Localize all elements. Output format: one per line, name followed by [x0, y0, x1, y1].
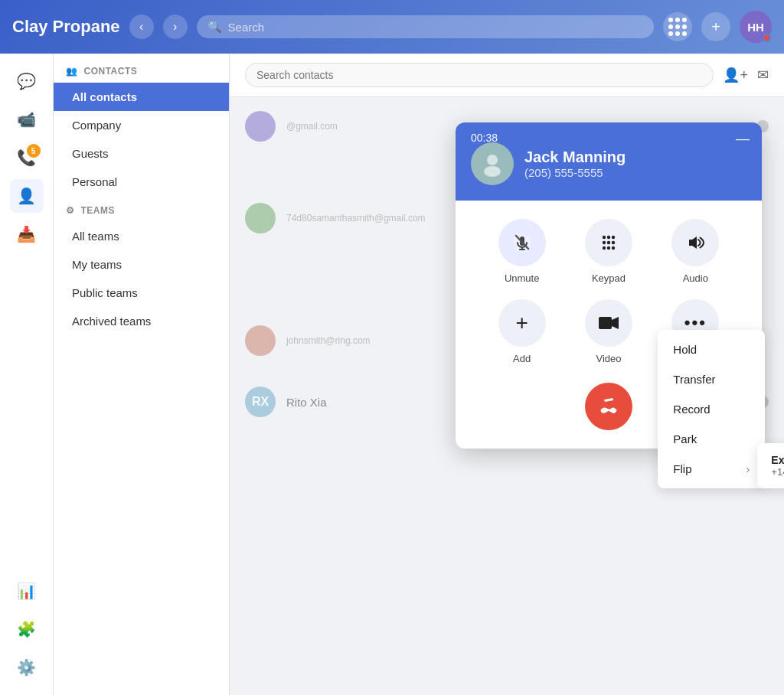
back-button[interactable]: ‹	[129, 15, 154, 39]
avatar	[245, 111, 276, 142]
call-timer: 00:38	[471, 132, 498, 144]
avatar	[245, 325, 276, 356]
svg-point-13	[603, 246, 606, 250]
call-header: 00:38 — Jack Manning (205) 555-5555	[456, 122, 762, 201]
minimize-button[interactable]: —	[736, 132, 750, 145]
add-label: Add	[513, 353, 531, 364]
sidebar-item-guests[interactable]: Guests	[54, 139, 229, 168]
svg-marker-16	[689, 237, 697, 249]
add-button[interactable]: +	[701, 12, 730, 41]
contacts-section-icon: 👥	[66, 66, 78, 77]
hold-option[interactable]: Hold	[658, 334, 765, 364]
unmute-label: Unmute	[505, 272, 540, 284]
caller-number: (205) 555-5555	[524, 166, 626, 179]
flip-arrow-icon: ›	[746, 462, 750, 475]
svg-rect-17	[599, 317, 612, 329]
caller-info: Jack Manning (205) 555-5555	[524, 148, 626, 179]
global-search[interactable]: 🔍 Search	[197, 15, 654, 38]
sidebar-item-archived-teams[interactable]: Archived teams	[54, 307, 229, 335]
video-icon	[585, 299, 632, 347]
park-option[interactable]: Park	[658, 424, 765, 454]
sidebar-item-company[interactable]: Company	[54, 111, 229, 139]
inbox-icon-item[interactable]: 📥	[10, 217, 44, 251]
flip-submenu: Existing Phone +14099992234	[757, 443, 784, 488]
sidebar-item-personal[interactable]: Personal	[54, 168, 229, 196]
chart-icon-item[interactable]: 📊	[10, 574, 44, 608]
svg-point-0	[487, 155, 498, 165]
avatar-initials: RX	[252, 395, 269, 409]
teams-section-header: ⚙ TEAMS	[54, 196, 229, 222]
puzzle-icon-item[interactable]: 🧩	[10, 612, 44, 646]
audio-button[interactable]: Audio	[671, 219, 719, 284]
contacts-section-label: CONTACTS	[84, 66, 138, 77]
chat-icon-item[interactable]: 💬	[10, 64, 44, 98]
search-contacts-input[interactable]	[245, 63, 714, 87]
svg-point-1	[484, 166, 501, 177]
call-dialog: 00:38 — Jack Manning (205) 555-5555	[456, 122, 762, 449]
end-call-button[interactable]	[585, 383, 632, 430]
add-call-button[interactable]: + Add	[498, 299, 546, 364]
teams-section-icon: ⚙	[66, 205, 75, 216]
main-layout: 💬 📹 📞 5 👤 📥 📊 🧩 ⚙️ 👥 CONTACTS All contac…	[0, 54, 784, 695]
sidebar-item-my-teams[interactable]: My teams	[54, 250, 229, 279]
avatar: RX	[245, 387, 276, 417]
more-options-button[interactable]: ••• Hold Transfer Record Park Flip ›	[671, 299, 719, 347]
svg-point-10	[603, 241, 606, 244]
svg-point-12	[612, 241, 615, 244]
keypad-label: Keypad	[592, 272, 626, 284]
keypad-button[interactable]: Keypad	[585, 219, 632, 284]
content-area: 👤+ ✉ @gmail.com 74d80samanthasmith@gmail…	[230, 54, 784, 695]
svg-rect-19	[604, 398, 613, 402]
caller-avatar	[471, 142, 514, 185]
audio-icon	[671, 219, 719, 266]
app-header: Clay Propane ‹ › 🔍 Search + HH	[0, 0, 784, 54]
unmute-button[interactable]: Unmute	[498, 219, 546, 284]
svg-point-8	[607, 236, 610, 239]
email-button[interactable]: ✉	[757, 67, 769, 83]
sidebar-item-all-teams[interactable]: All teams	[54, 222, 229, 250]
grid-menu-button[interactable]	[663, 12, 692, 41]
more-dropdown: Hold Transfer Record Park Flip ›	[658, 330, 765, 488]
video-call-button[interactable]: Video	[585, 299, 632, 364]
unmute-icon	[498, 219, 546, 266]
keypad-icon	[585, 219, 632, 266]
flip-phone-number[interactable]: +14099992234	[771, 466, 784, 478]
video-icon-item[interactable]: 📹	[10, 103, 44, 136]
search-icon: 🔍	[207, 20, 222, 34]
svg-marker-18	[612, 317, 619, 329]
sidebar-item-all-contacts[interactable]: All contacts	[54, 83, 229, 111]
svg-point-7	[603, 236, 606, 239]
header-actions: + HH	[663, 11, 772, 43]
flip-option[interactable]: Flip ›	[658, 454, 765, 484]
user-avatar-button[interactable]: HH	[740, 11, 772, 43]
avatar-initials: HH	[747, 21, 764, 34]
audio-label: Audio	[683, 272, 708, 284]
sidebar-item-public-teams[interactable]: Public teams	[54, 279, 229, 307]
video-label: Video	[596, 353, 621, 364]
transfer-option[interactable]: Transfer	[658, 364, 765, 394]
contacts-section-header: 👥 CONTACTS	[54, 54, 229, 83]
flip-phone-label: Existing Phone	[771, 454, 784, 466]
svg-point-9	[612, 236, 615, 239]
settings-icon-item[interactable]: ⚙️	[10, 651, 44, 684]
svg-point-14	[607, 246, 610, 250]
status-dot	[763, 34, 771, 42]
more-controls: + Add Video ••• Hold	[456, 299, 762, 377]
phone-badge: 5	[27, 144, 41, 158]
app-title: Clay Propane	[12, 17, 120, 37]
flip-label: Flip	[673, 462, 691, 475]
phone-icon-item[interactable]: 📞 5	[10, 141, 44, 175]
grid-icon	[668, 18, 687, 36]
teams-section-label: TEAMS	[81, 205, 116, 216]
search-placeholder: Search	[228, 21, 265, 34]
caller-name: Jack Manning	[524, 148, 626, 166]
call-controls: Unmute Keypad	[456, 201, 762, 299]
avatar	[245, 203, 276, 233]
svg-point-15	[612, 246, 615, 250]
contacts-icon-item[interactable]: 👤	[10, 179, 44, 213]
add-icon: +	[498, 299, 546, 347]
add-contact-button[interactable]: 👤+	[723, 67, 748, 83]
record-option[interactable]: Record	[658, 394, 765, 424]
forward-button[interactable]: ›	[163, 15, 188, 39]
svg-point-11	[607, 241, 610, 244]
